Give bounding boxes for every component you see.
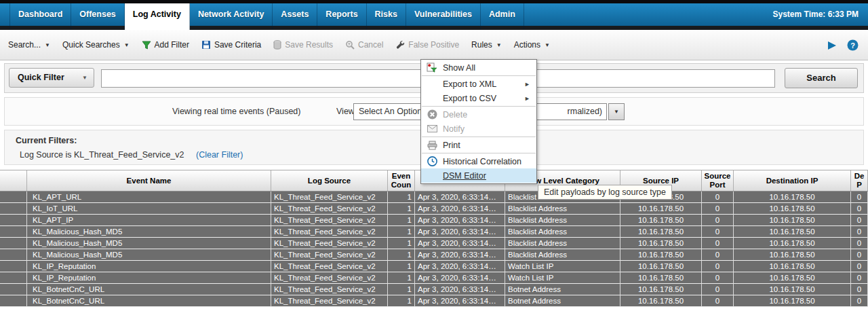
column-header-log_source[interactable]: Log Source bbox=[271, 170, 388, 191]
cell-destination_port: 0 bbox=[851, 192, 868, 203]
cell-gutter bbox=[0, 284, 27, 295]
cell-event_count: 1 bbox=[388, 226, 415, 238]
table-row[interactable]: KL_APT_URLKL_Threat_Feed_Service_v21Apr … bbox=[0, 192, 868, 203]
cell-gutter bbox=[0, 215, 27, 226]
cell-low_level_category: Watch List IP bbox=[505, 261, 620, 272]
toolbar-item-save-criteria[interactable]: Save Criteria bbox=[201, 40, 261, 50]
cell-source_port: 0 bbox=[702, 284, 734, 295]
cancel-search-icon bbox=[345, 40, 355, 50]
column-header-line: Destination IP bbox=[766, 177, 818, 185]
nav-tab-network-activity[interactable]: Network Activity bbox=[190, 3, 273, 30]
column-header-event_count[interactable]: EvenCoun bbox=[388, 170, 415, 191]
cell-destination_port: 0 bbox=[851, 238, 868, 249]
menu-item-label: DSM Editor bbox=[443, 171, 486, 181]
toolbar-item-search-menu[interactable]: Search...▼ bbox=[8, 40, 50, 50]
cell-destination_ip: 10.16.178.50 bbox=[734, 203, 851, 215]
cell-gutter bbox=[0, 249, 27, 261]
nav-tab-dashboard[interactable]: Dashboard bbox=[9, 3, 71, 30]
cell-source_port: 0 bbox=[702, 295, 734, 307]
nav-tab-offenses[interactable]: Offenses bbox=[71, 3, 125, 30]
toolbar-item-label: Cancel bbox=[358, 40, 383, 50]
toolbar-item-add-filter[interactable]: Add Filter bbox=[142, 40, 189, 50]
help-icon[interactable]: ? bbox=[847, 39, 859, 51]
log-activity-toolbar: Search...▼Quick Searches▼Add FilterSave … bbox=[0, 30, 868, 60]
cell-destination_ip: 10.16.178.50 bbox=[734, 215, 851, 226]
cell-event_name: KL_IP_Reputation bbox=[27, 261, 271, 272]
cell-destination_ip: 10.16.178.50 bbox=[734, 192, 851, 203]
cell-low_level_category: Botnet Address bbox=[505, 295, 620, 307]
table-row[interactable]: KL_APT_IPKL_Threat_Feed_Service_v21Apr 3… bbox=[0, 215, 868, 226]
toolbar-item-actions-menu[interactable]: Actions▼ bbox=[514, 40, 550, 50]
table-row[interactable]: KL_IP_ReputationKL_Threat_Feed_Service_v… bbox=[0, 272, 868, 284]
toolbar-item-rules-menu[interactable]: Rules▼ bbox=[471, 40, 502, 50]
cell-time: Apr 3, 2020, 6:33:14… bbox=[415, 295, 505, 307]
menu-item-dsm-editor[interactable]: DSM Editor bbox=[421, 168, 536, 183]
envelope-icon bbox=[421, 125, 443, 132]
nav-tab-assets[interactable]: Assets bbox=[273, 3, 317, 30]
clock-icon bbox=[421, 156, 443, 166]
column-header-event_name[interactable]: Event Name bbox=[27, 170, 271, 191]
save-icon bbox=[201, 40, 211, 50]
viewing-status-text: Viewing real time events (Paused) bbox=[172, 98, 300, 125]
chevron-right-icon: ► bbox=[524, 95, 530, 102]
toolbar-item-label: Rules bbox=[471, 40, 492, 50]
toolbar-item-label: Save Criteria bbox=[214, 40, 261, 50]
menu-separator bbox=[422, 75, 536, 76]
table-row[interactable]: KL_BotnetCnC_URLKL_Threat_Feed_Service_v… bbox=[0, 295, 868, 307]
toolbar-items: Search...▼Quick Searches▼Add FilterSave … bbox=[8, 40, 550, 50]
toolbar-item-quick-searches-menu[interactable]: Quick Searches▼ bbox=[62, 40, 130, 50]
cell-gutter bbox=[0, 238, 27, 249]
nav-tab-risks[interactable]: Risks bbox=[367, 3, 406, 30]
cell-event_name: KL_APT_IP bbox=[27, 215, 271, 226]
chevron-down-icon: ▼ bbox=[496, 42, 502, 48]
dsm-editor-tooltip: Edit payloads by log source type bbox=[538, 185, 672, 200]
menu-item-show-all[interactable]: Show All bbox=[421, 60, 536, 75]
search-button[interactable]: Search bbox=[785, 68, 858, 88]
table-row[interactable]: KL_IoT_URLKL_Threat_Feed_Service_v21Apr … bbox=[0, 203, 868, 215]
table-row[interactable]: KL_IP_ReputationKL_Threat_Feed_Service_v… bbox=[0, 261, 868, 272]
clear-filter-link[interactable]: (Clear Filter) bbox=[196, 150, 243, 160]
table-row[interactable]: KL_Malicious_Hash_MD5KL_Threat_Feed_Serv… bbox=[0, 226, 868, 238]
menu-item-label: Export to CSV bbox=[443, 94, 496, 103]
table-row[interactable]: KL_BotnetCnC_URLKL_Threat_Feed_Service_v… bbox=[0, 284, 868, 295]
column-header-source_port[interactable]: SourcePort bbox=[702, 170, 734, 191]
nav-tab-reports[interactable]: Reports bbox=[317, 3, 366, 30]
column-header-line: P bbox=[856, 181, 862, 189]
menu-item-print[interactable]: Print bbox=[421, 138, 536, 152]
menu-item-historical-correlation[interactable]: Historical Correlation bbox=[421, 154, 536, 168]
display-select-arrow[interactable]: ▼ bbox=[608, 103, 625, 120]
menu-item-label: Show All bbox=[443, 63, 475, 73]
nav-tab-vulnerabilities[interactable]: Vulnerabilities bbox=[406, 3, 481, 30]
table-row[interactable]: KL_Malicious_Hash_MD5KL_Threat_Feed_Serv… bbox=[0, 238, 868, 249]
cell-event_count: 1 bbox=[388, 238, 415, 249]
current-filter-text: Log Source is KL_Threat_Feed_Service_v2 bbox=[20, 150, 184, 160]
column-header-destination_ip[interactable]: Destination IP bbox=[734, 170, 851, 191]
cell-event_count: 1 bbox=[388, 272, 415, 284]
actions-dropdown-menu: Show AllExport to XML►Export to CSV►Dele… bbox=[420, 59, 537, 184]
toolbar-item-false-positive[interactable]: False Positive bbox=[395, 40, 459, 50]
cell-event_count: 1 bbox=[388, 215, 415, 226]
wrench-icon bbox=[395, 40, 405, 50]
cell-source_port: 0 bbox=[702, 238, 734, 249]
toolbar-item-cancel[interactable]: Cancel bbox=[345, 40, 383, 50]
quick-filter-selector[interactable]: Quick Filter ▼ bbox=[9, 68, 94, 88]
toolbar-item-save-results[interactable]: Save Results bbox=[273, 40, 333, 50]
cell-source_ip: 10.16.178.50 bbox=[620, 284, 702, 295]
cell-source_port: 0 bbox=[702, 226, 734, 238]
cell-event_count: 1 bbox=[388, 284, 415, 295]
cell-gutter bbox=[0, 295, 27, 307]
nav-tab-admin[interactable]: Admin bbox=[481, 3, 524, 30]
menu-item-export-to-csv[interactable]: Export to CSV► bbox=[421, 91, 536, 105]
play-icon[interactable] bbox=[827, 41, 837, 50]
nav-tab-log-activity[interactable]: Log Activity bbox=[125, 3, 190, 30]
cell-destination_port: 0 bbox=[851, 272, 868, 284]
column-header-gutter[interactable] bbox=[0, 170, 27, 191]
menu-separator bbox=[422, 106, 536, 107]
table-row[interactable]: KL_Malicious_Hash_MD5KL_Threat_Feed_Serv… bbox=[0, 249, 868, 261]
menu-item-export-to-xml[interactable]: Export to XML► bbox=[421, 77, 536, 91]
column-header-destination_port[interactable]: DeP bbox=[851, 170, 868, 191]
menu-item-notify[interactable]: Notify bbox=[421, 122, 536, 136]
menu-item-delete[interactable]: Delete bbox=[421, 107, 536, 122]
cell-gutter bbox=[0, 261, 27, 272]
delete-icon bbox=[421, 109, 443, 120]
